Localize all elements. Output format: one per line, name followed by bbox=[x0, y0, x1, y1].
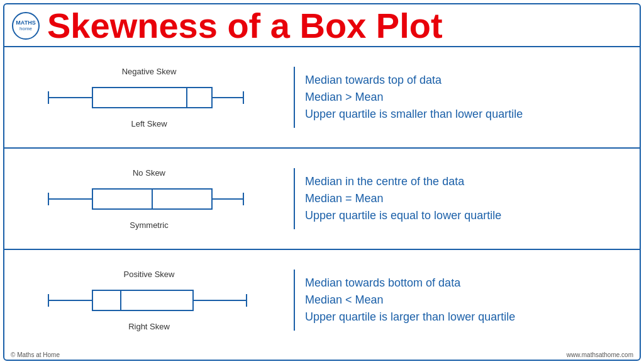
page-title: Skewness of a Box Plot bbox=[47, 8, 443, 43]
desc-positive-0: Median towards bottom of data bbox=[305, 275, 630, 292]
right-panel-symmetric: Median in the centre of the data Median … bbox=[294, 168, 640, 229]
row-symmetric: No Skew Symmetric bbox=[4, 149, 640, 250]
boxplot-positive: Positive Skew Right Skew bbox=[11, 270, 287, 331]
logo-home: home bbox=[19, 26, 32, 32]
footer-left: © Maths at Home bbox=[11, 351, 60, 358]
desc-positive-1: Median < Mean bbox=[305, 292, 630, 309]
header: MATHS home Skewness of a Box Plot bbox=[4, 4, 640, 47]
desc-negative-0: Median towards top of data bbox=[305, 72, 630, 89]
boxplot-svg-negative bbox=[30, 79, 269, 117]
label-symmetric-bottom: Symmetric bbox=[130, 220, 168, 230]
footer: © Maths at Home www.mathsathome.com bbox=[4, 350, 640, 360]
desc-symmetric-0: Median in the centre of the data bbox=[305, 173, 630, 190]
label-positive-top: Positive Skew bbox=[124, 270, 175, 279]
desc-symmetric-1: Median = Mean bbox=[305, 190, 630, 207]
left-panel-symmetric: No Skew Symmetric bbox=[4, 149, 294, 249]
label-negative-top: Negative Skew bbox=[122, 67, 177, 76]
svg-rect-2 bbox=[92, 88, 212, 108]
desc-negative-1: Median > Mean bbox=[305, 89, 630, 106]
boxplot-svg-positive bbox=[30, 282, 269, 319]
right-panel-positive: Median towards bottom of data Median < M… bbox=[294, 270, 640, 331]
boxplot-negative: Negative Skew Left Skew bbox=[11, 67, 287, 128]
left-panel-negative: Negative Skew Left Skew bbox=[4, 47, 294, 147]
row-positive: Positive Skew Right Skew bbox=[4, 250, 640, 350]
content-area: Negative Skew Left Skew bbox=[4, 47, 640, 350]
svg-rect-14 bbox=[92, 290, 193, 310]
desc-symmetric-2: Upper quartile is equal to lower quartil… bbox=[305, 207, 630, 224]
row-negative: Negative Skew Left Skew bbox=[4, 47, 640, 149]
main-container: MATHS home Skewness of a Box Plot Negati… bbox=[3, 3, 641, 361]
desc-positive-2: Upper quartile is larger than lower quar… bbox=[305, 309, 630, 326]
desc-negative-2: Upper quartile is smaller than lower qua… bbox=[305, 106, 630, 123]
boxplot-symmetric: No Skew Symmetric bbox=[11, 168, 287, 230]
footer-right: www.mathsathome.com bbox=[567, 351, 633, 358]
right-panel-negative: Median towards top of data Median > Mean… bbox=[294, 67, 640, 128]
left-panel-positive: Positive Skew Right Skew bbox=[4, 250, 294, 350]
boxplot-svg-symmetric bbox=[30, 180, 269, 218]
label-negative-bottom: Left Skew bbox=[131, 119, 167, 128]
label-symmetric-top: No Skew bbox=[133, 168, 165, 178]
logo: MATHS home bbox=[12, 12, 40, 40]
label-positive-bottom: Right Skew bbox=[128, 322, 170, 331]
